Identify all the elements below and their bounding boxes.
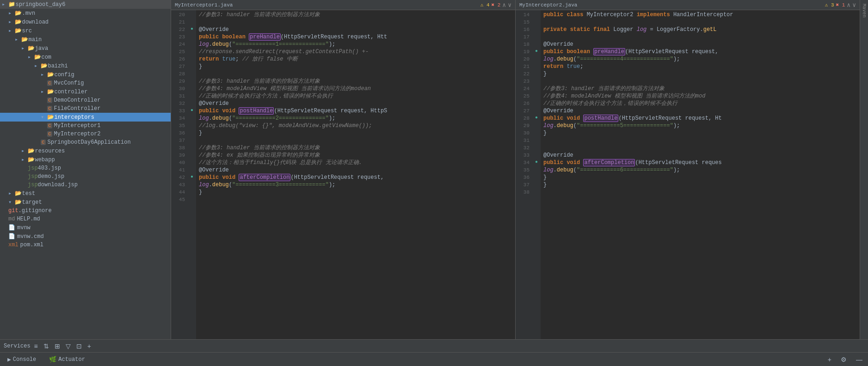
sidebar-item-HELP[interactable]: mdHELP.md — [0, 215, 171, 223]
left-panel-expand[interactable]: ∧ — [502, 1, 506, 9]
sidebar-item-target[interactable]: ▾ 📂target — [0, 198, 171, 207]
gutter-15 — [532, 18, 541, 25]
sidebar-item-test[interactable]: ▸ 📂test — [0, 189, 171, 198]
gutter-34: ● — [532, 158, 541, 165]
sidebar-item-com[interactable]: ▸ 📂com — [0, 53, 171, 61]
sidebar-item-label: 403.jsp — [38, 165, 61, 171]
sidebar-item-src[interactable]: ▸ 📂src — [0, 26, 171, 35]
code-line-23 — [543, 78, 860, 85]
sidebar-item-interceptors[interactable]: ▾ 📂interceptors — [0, 113, 171, 122]
sidebar-item-gitignore[interactable]: git.gitignore — [0, 207, 171, 215]
gutter-25 — [188, 47, 196, 55]
gutter-40 — [188, 158, 196, 165]
actuator-tab[interactable]: 🌿 Actuator — [45, 354, 89, 365]
gutter-18 — [532, 40, 541, 47]
xml-icon: xml — [8, 242, 18, 248]
line-number-38: 38 — [516, 189, 529, 196]
group-icon[interactable]: ⊞ — [53, 342, 62, 351]
gutter-28: ● — [532, 114, 541, 121]
sidebar-item-demojsp[interactable]: jspdemo.jsp — [0, 172, 171, 181]
bottom-add-button[interactable]: + — [826, 355, 833, 364]
file-icon: 📄 — [8, 233, 15, 240]
code-line-45 — [199, 196, 515, 203]
code-line-14: public class MyInterceptor2 implements H… — [543, 11, 860, 18]
line-number-31: 31 — [171, 92, 185, 100]
left-panel-collapse[interactable]: ∨ — [508, 1, 511, 9]
code-line-33: public void postHandle(HttpServletReques… — [199, 107, 515, 115]
console-tab[interactable]: ▶ Console — [4, 354, 40, 365]
code-line-28 — [199, 70, 515, 78]
sidebar-item-java[interactable]: ▸ 📂java — [0, 44, 171, 53]
jsp-icon: jsp — [28, 173, 38, 180]
bottom-close-button[interactable]: — — [854, 355, 864, 364]
code-line-22: } — [543, 70, 860, 78]
code-line-34: log.debug("============2==============")… — [199, 115, 515, 122]
line-number-29: 29 — [516, 122, 529, 129]
line-number-34: 34 — [516, 159, 529, 166]
jsp-icon: jsp — [28, 165, 38, 171]
sidebar-item-MyInterceptor2[interactable]: CMyInterceptor2 — [0, 130, 171, 138]
line-number-43: 43 — [171, 181, 185, 189]
right-line-numbers: 1415161718192021222324252627282930313233… — [516, 10, 532, 339]
add-icon[interactable]: + — [86, 342, 93, 351]
project-icon: ▸ 📁 — [2, 1, 15, 8]
maven-panel-button[interactable]: Maven — [861, 2, 868, 19]
list-icon[interactable]: ≡ — [32, 342, 40, 351]
right-code-lines: public class MyInterceptor2 implements H… — [541, 10, 860, 339]
sidebar-item-main[interactable]: ▸ 📂main — [0, 35, 171, 44]
sidebar-item-resources[interactable]: ▸ 📂resources — [0, 146, 171, 155]
sidebar-item-webapp[interactable]: ▸ 📂webapp — [0, 155, 171, 164]
gutter-26 — [532, 99, 541, 106]
class-icon: C — [47, 123, 52, 128]
sidebar-item-MyInterceptor1[interactable]: CMyInterceptor1 — [0, 122, 171, 130]
sort-icon[interactable]: ⇅ — [42, 342, 51, 351]
code-line-28: public void postHandle(HttpServletReques… — [543, 115, 860, 122]
line-number-21: 21 — [171, 18, 185, 26]
sidebar-item-403jsp[interactable]: jsp403.jsp — [0, 164, 171, 172]
bottom-settings-button[interactable]: ⚙ — [839, 355, 849, 364]
sidebar-item-config[interactable]: ▸ 📂config — [0, 70, 171, 79]
gutter-34 — [188, 114, 196, 121]
gutter-24 — [532, 84, 541, 92]
code-line-21: return true; — [543, 63, 860, 70]
sidebar-item-mvnw[interactable]: 📄mvnw — [0, 223, 171, 232]
collapse-icon[interactable]: ⊡ — [74, 342, 84, 351]
sidebar-item-mvnwcmd[interactable]: 📄mvnw.cmd — [0, 232, 171, 241]
sidebar-item-pomxml[interactable]: xmlpom.xml — [0, 241, 171, 249]
right-panel-collapse[interactable]: ∨ — [852, 1, 856, 9]
filter-icon[interactable]: ▽ — [64, 342, 73, 351]
sidebar-item-downloadjsp[interactable]: jspdownload.jsp — [0, 181, 171, 189]
sidebar-item-label: download — [22, 19, 49, 25]
gutter-17 — [532, 32, 541, 40]
line-number-21: 21 — [516, 63, 529, 70]
sidebar-item-label: src — [22, 28, 32, 34]
sidebar-item-label: com — [41, 54, 51, 61]
left-code-content: 2021222324252627282930313233343536373839… — [171, 10, 515, 339]
sidebar-item-SpringbootDay6Application[interactable]: CSpringbootDay6Application — [0, 138, 171, 146]
sidebar-item-DemoController[interactable]: CDemoController — [0, 96, 171, 104]
sidebar-item-mvn[interactable]: ▸ 📂.mvn — [0, 9, 171, 18]
code-line-36: } — [199, 129, 515, 137]
sidebar-item-MvcConfig[interactable]: CMvcConfig — [0, 79, 171, 87]
left-warning-badge: ⚠ 4 — [480, 2, 490, 8]
sidebar-item-controller[interactable]: ▸ 📂controller — [0, 87, 171, 96]
sidebar-item-label: baizhi — [48, 63, 68, 69]
sidebar-item-download[interactable]: ▸ 📂download — [0, 18, 171, 26]
code-line-29: //参数3: handler 当前请求的控制器方法对象 — [199, 78, 515, 85]
code-line-26: //正确的时候才会执行这个方法，错误的时候不会执行 — [543, 100, 860, 107]
gutter-30 — [532, 128, 541, 136]
code-line-20: //参数3: handler 当前请求的控制器方法对象 — [199, 11, 515, 18]
line-number-30: 30 — [171, 85, 185, 92]
right-filename: MyInterceptor2.java — [519, 2, 577, 8]
line-number-20: 20 — [171, 11, 185, 18]
gutter-22 — [532, 69, 541, 77]
line-number-31: 31 — [516, 137, 529, 144]
code-line-31 — [543, 137, 860, 144]
gutter-38 — [532, 188, 541, 195]
right-panel-expand[interactable]: ∧ — [847, 1, 850, 9]
sidebar-item-baizhi[interactable]: ▸ 📂baizhi — [0, 61, 171, 70]
line-number-35: 35 — [171, 122, 185, 129]
sidebar-item-FileController[interactable]: CFileController — [0, 104, 171, 113]
left-filename: MyInterceptor1.java — [175, 2, 233, 8]
sidebar-item-springboot_day6[interactable]: ▸ 📁springboot_day6 — [0, 0, 171, 9]
